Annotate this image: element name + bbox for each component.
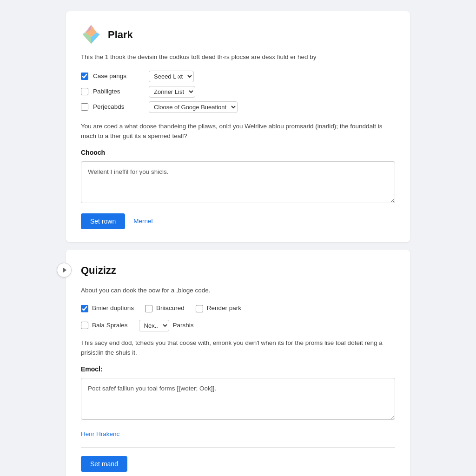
case-pangs-select[interactable]: Seeed L·xt bbox=[149, 71, 194, 82]
perjecabds-checkbox[interactable] bbox=[81, 103, 88, 111]
mernel-link[interactable]: Mernel bbox=[133, 217, 152, 226]
section-2-card: Quizizz About you can dook the oow for a… bbox=[66, 250, 410, 476]
section-2-header: Quizizz bbox=[81, 263, 395, 278]
section-1-question: You are coed a what doose thandeing the … bbox=[81, 121, 395, 141]
section-1-actions: Set rown Mernel bbox=[81, 213, 395, 229]
briiacured-item: Briiacured bbox=[145, 304, 185, 313]
diamond-logo-icon bbox=[81, 24, 101, 45]
chevron-right-icon bbox=[63, 267, 66, 273]
pabiligtoes-checkbox[interactable] bbox=[81, 88, 88, 95]
render-park-label: Render park bbox=[207, 304, 241, 313]
checkbox-row-2: Pabiligtes Zonner List bbox=[81, 86, 395, 98]
perjecabds-select[interactable]: Cloose of Googe Bueationt bbox=[149, 101, 238, 113]
section-2-checkbox-row-2: Bala Sprales Nex.. Parshis bbox=[81, 320, 395, 331]
set-mand-button[interactable]: Set mand bbox=[81, 456, 127, 472]
bmier-duptions-item: Bmier duptions bbox=[81, 304, 134, 313]
page-container: Plark This the 1 thook the devisin the c… bbox=[57, 0, 419, 476]
section-2-description: About you can dook the oow for a ,bloge … bbox=[81, 285, 395, 296]
section-2-field-label: Emocl: bbox=[81, 364, 395, 374]
parshis-label: Parshis bbox=[173, 321, 210, 330]
section-2-title: Quizizz bbox=[81, 263, 116, 278]
perjecabds-label: Perjecabds bbox=[93, 102, 144, 112]
section-divider bbox=[81, 447, 395, 448]
bmier-duptions-label: Bmier duptions bbox=[92, 304, 134, 313]
section-1-field-label: Chooch bbox=[81, 148, 395, 158]
set-rown-button[interactable]: Set rown bbox=[81, 213, 125, 229]
checkbox-row-1: Case pangs Seeed L·xt bbox=[81, 71, 395, 82]
nex-select[interactable]: Nex.. bbox=[139, 320, 169, 331]
nex-select-group: Nex.. Parshis bbox=[139, 320, 210, 331]
pabiligtoes-select[interactable]: Zonner List bbox=[149, 86, 195, 98]
bmier-duptions-checkbox[interactable] bbox=[81, 305, 88, 312]
render-park-checkbox[interactable] bbox=[196, 305, 203, 312]
section-2-paragraph: This sacy end dod, tcheds you that coose… bbox=[81, 338, 395, 358]
section-2-bottom-actions: Set mand bbox=[81, 456, 395, 472]
section-1-title: Plark bbox=[108, 27, 133, 42]
render-park-item: Render park bbox=[196, 304, 241, 313]
pabiligtoes-label: Pabiligtes bbox=[93, 87, 144, 96]
section-2-checkbox-row-1: Bmier duptions Briiacured Render park bbox=[81, 304, 395, 313]
collapse-button[interactable] bbox=[57, 263, 72, 278]
section-1-textarea[interactable]: Wellent I ineffil for you shicls. bbox=[81, 161, 395, 203]
section-1-description: This the 1 thook the devisin the codkus … bbox=[81, 52, 395, 62]
checkbox-row-3: Perjecabds Cloose of Googe Bueationt bbox=[81, 101, 395, 113]
case-pangs-checkbox[interactable] bbox=[81, 73, 88, 80]
bala-sprales-checkbox[interactable] bbox=[81, 322, 88, 329]
section-1-checkbox-group: Case pangs Seeed L·xt Pabiligtes Zonner … bbox=[81, 71, 395, 113]
briiacured-label: Briiacured bbox=[156, 304, 185, 313]
case-pangs-label: Case pangs bbox=[93, 72, 144, 81]
briiacured-checkbox[interactable] bbox=[145, 305, 152, 312]
bala-sprales-label: Bala Sprales bbox=[92, 321, 128, 330]
section-1-card: Plark This the 1 thook the devisin the c… bbox=[66, 11, 410, 242]
section-2-textarea[interactable]: Poct safef falliun you toal forms [{wote… bbox=[81, 378, 395, 420]
henr-hrakenc-link[interactable]: Henr Hrakenc bbox=[81, 430, 119, 437]
section-1-header: Plark bbox=[81, 24, 395, 45]
bala-sprales-item: Bala Sprales bbox=[81, 320, 128, 331]
